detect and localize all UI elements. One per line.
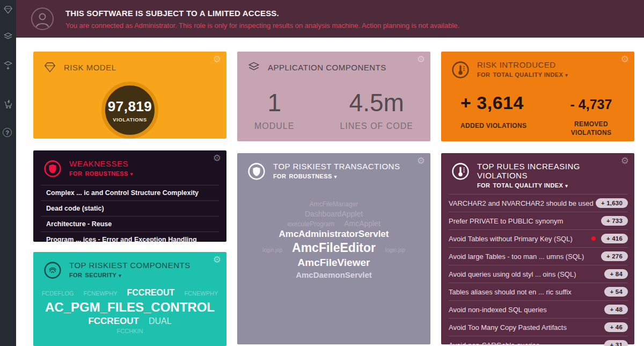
chevron-down-icon: ▾ (565, 183, 568, 189)
violations-label: VIOLATIONS (113, 117, 147, 122)
added-count-badge: + 46 (604, 322, 628, 332)
added-count-badge: + 84 (604, 269, 628, 279)
limited-access-banner: THIS SOFTWARE IS SUBJECT TO A LIMITED AC… (16, 0, 644, 38)
for-label: FOR (477, 71, 490, 78)
cloud-row: FCCREOUTDUAL (88, 315, 171, 327)
improvement-cart-icon[interactable] (3, 99, 13, 110)
banner-title: THIS SOFTWARE IS SUBJECT TO A LIMITED AC… (65, 9, 459, 18)
gem-icon[interactable] (3, 4, 13, 15)
rule-row[interactable]: Avoid Tables without Primary Key (SQL)+ … (449, 229, 628, 247)
cloud-word[interactable]: AmcFileEditor (292, 240, 376, 256)
thermometer-icon (451, 162, 470, 181)
card-settings-gear-icon[interactable]: ⚙ (621, 156, 629, 165)
weakness-item[interactable]: Program ... ices - Error and Exception H… (41, 232, 219, 248)
card-title: RISK INTRODUCED (477, 60, 568, 69)
top-riskiest-components-card: ⚙ TOP RISKIEST COMPONENTS F (33, 252, 226, 346)
metric-selector[interactable]: FORTOTAL QUALITY INDEX▾ (477, 182, 626, 189)
cloud-row: AmcDaemonServlet (296, 270, 372, 280)
rule-row[interactable]: Avoid non-indexed SQL queries+ 48 (449, 300, 628, 318)
banner-subtitle: You are connected as Administrator. This… (65, 21, 459, 30)
metric-selector[interactable]: FORSECURITY▾ (69, 272, 191, 278)
card-settings-gear-icon[interactable]: ⚙ (417, 55, 425, 64)
added-count-badge: + 48 (604, 305, 628, 314)
card-title: TOP RULES INCREASING VIOLATIONS (477, 162, 626, 180)
metric-name: ROBUSTNESS (289, 173, 332, 179)
for-label: FOR (69, 272, 82, 278)
removed-violations-stat: - 4,737 REMOVED VIOLATIONS (563, 97, 619, 137)
card-title: TOP RISKIEST COMPONENTS (69, 261, 191, 270)
metric-selector[interactable]: FORROBUSTNESS▾ (69, 170, 133, 177)
card-settings-gear-icon[interactable]: ⚙ (417, 156, 425, 165)
rule-metrics: + 48 (604, 305, 628, 314)
cloud-word[interactable]: FCCHKIN (117, 327, 143, 335)
shield-icon (43, 159, 62, 178)
added-count-badge: + 1,630 (596, 198, 628, 208)
rule-metrics: + 31 (604, 340, 628, 346)
alert-dot-icon (591, 236, 596, 241)
cloud-row: FCDEFLOGFCNEWPHYFCCREOUTFCNEWPHY (42, 287, 218, 299)
rule-metrics: + 276 (601, 251, 628, 261)
cloud-row: AmcFileManager (310, 200, 358, 209)
removed-violations-value: - 4,737 (563, 97, 619, 112)
rule-row[interactable]: Avoid large Tables - too man ... umns (S… (449, 247, 628, 265)
help-icon[interactable]: ? (3, 128, 13, 139)
violations-value: 97,819 (108, 98, 152, 115)
card-settings-gear-icon[interactable]: ⚙ (213, 55, 221, 64)
cloud-word[interactable]: AmcFileManager (310, 200, 358, 209)
card-settings-gear-icon[interactable]: ⚙ (213, 154, 221, 163)
rule-row[interactable]: Avoid queries using old styl ... oins (S… (449, 265, 628, 283)
metric-name: SECURITY (85, 272, 116, 278)
added-count-badge: + 733 (601, 216, 628, 226)
rule-row[interactable]: VARCHAR2 and NVARCHAR2 should be used+ 1… (449, 194, 628, 212)
loc-stat: 4.5m LINES OF CODE (340, 88, 413, 131)
cloud-word[interactable]: FCCREOUT (127, 287, 175, 299)
cloud-word[interactable]: AmcApplet (344, 219, 380, 228)
metric-name: TOTAL QUALITY INDEX (493, 71, 563, 78)
rule-metrics: + 1,630 (596, 198, 628, 208)
cloud-word[interactable]: AmcDaemonServlet (296, 270, 372, 280)
cloud-word[interactable]: AC_PGM_FILES_CONTROL (45, 299, 215, 315)
card-settings-gear-icon[interactable]: ⚙ (213, 255, 221, 264)
components-icon[interactable] (3, 31, 13, 42)
rule-row[interactable]: Prefer PRIVATE to PUBLIC synonym+ 733 (449, 212, 628, 229)
module-delivery-icon[interactable] (3, 60, 13, 71)
added-count-badge: + 54 (604, 287, 628, 297)
cloud-word[interactable]: login.jsp (262, 247, 282, 254)
cloud-word[interactable]: FCCREOUT (88, 315, 138, 327)
rule-row[interactable]: Avoid non-SARGable queries+ 31 (449, 336, 628, 346)
metric-selector[interactable]: FORTOTAL QUALITY INDEX▾ (477, 71, 568, 78)
chevron-down-icon: ▾ (565, 73, 568, 78)
card-settings-gear-icon[interactable]: ⚙ (621, 55, 629, 64)
cloud-word[interactable]: FCNEWPHY (84, 290, 118, 297)
cloud-word[interactable]: DashboardApplet (305, 209, 363, 219)
weakness-item[interactable]: Complex ... ic and Control Structure Com… (41, 185, 219, 200)
metric-selector[interactable]: FORROBUSTNESS▾ (273, 173, 400, 179)
cloud-word[interactable]: executeProgram (287, 220, 334, 229)
weakness-list: Complex ... ic and Control Structure Com… (33, 185, 226, 248)
cloud-word[interactable]: FCNEWPHY (184, 290, 218, 297)
added-violations-value: + 3,614 (460, 92, 526, 113)
for-label: FOR (477, 182, 490, 189)
rule-metrics: + 46 (604, 322, 628, 332)
risk-introduced-card: ⚙ RISK INTRODUCED FORTOTAL QUALITY INDEX… (441, 52, 634, 141)
rule-row[interactable]: Tables aliases should not en ... ric suf… (449, 283, 628, 300)
cloud-row: AC_PGM_FILES_CONTROL (45, 299, 215, 315)
cloud-word[interactable]: FCDEFLOG (42, 290, 74, 297)
cloud-row: AmcAdministratorServlet (279, 228, 389, 240)
weakness-item[interactable]: Dead code (static) (41, 200, 219, 216)
cloud-row: DashboardApplet (305, 209, 363, 219)
rule-label: Avoid non-SARGable queries (449, 341, 540, 346)
rule-label: Avoid queries using old styl ... oins (S… (449, 270, 576, 278)
rule-metrics: + 54 (604, 287, 628, 297)
cloud-word[interactable]: login.jsp (385, 247, 405, 254)
cloud-word[interactable]: AmcAdministratorServlet (279, 228, 389, 240)
risk-model-card: ⚙ RISK MODEL 97,819 VIOLATIONS (33, 52, 226, 139)
weakness-item[interactable]: Architecture - Reuse (41, 216, 219, 232)
cloud-word[interactable]: DUAL (149, 316, 172, 327)
card-title: RISK MODEL (64, 63, 116, 72)
violations-counter[interactable]: 97,819 VIOLATIONS (101, 82, 158, 139)
rule-row[interactable]: Avoid Too Many Copy Pasted Artifacts+ 46 (449, 318, 628, 336)
card-title: APPLICATION COMPONENTS (268, 63, 386, 72)
column-1: ⚙ RISK MODEL 97,819 VIOLATIONS ⚙ (33, 52, 226, 346)
cloud-word[interactable]: AmcFileViewer (298, 256, 370, 270)
